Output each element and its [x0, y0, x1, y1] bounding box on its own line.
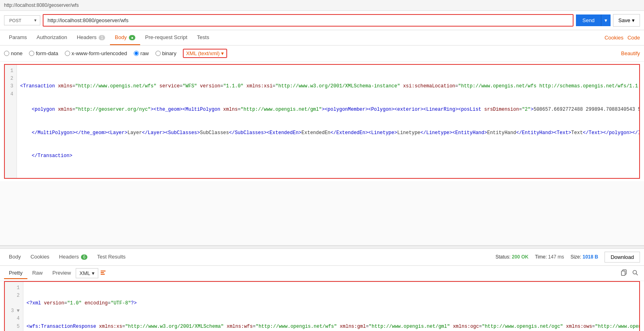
- line-num-1: 1: [8, 67, 13, 75]
- resp-format-pretty[interactable]: Pretty: [4, 267, 27, 279]
- headers-badge: 1: [99, 35, 105, 40]
- beautify-button[interactable]: Beautify: [621, 50, 640, 56]
- format-select-label: XML (text/xml): [186, 50, 219, 56]
- response-body-toolbar: Pretty Raw Preview XML ▾: [0, 266, 644, 281]
- response-body-editor[interactable]: 1 2 3 ▼ 4 5 6 7 8 9 ▼ 10 ▼ 11 12 13 14 <…: [4, 281, 640, 331]
- svg-rect-1: [101, 272, 104, 273]
- resp-tab-cookies[interactable]: Cookies: [26, 251, 54, 263]
- line-num-4: 4: [8, 91, 13, 98]
- resp-line-num-5: 5: [8, 323, 20, 331]
- svg-rect-2: [101, 274, 105, 275]
- resp-tab-body[interactable]: Body: [4, 251, 26, 263]
- status-time: 147 ms: [548, 254, 564, 260]
- resp-line-num-4: 4: [8, 315, 20, 323]
- resp-line-num-2: 2: [8, 292, 20, 300]
- tabs-right-links: Cookies Code: [605, 35, 640, 41]
- middle-spacer: [0, 181, 644, 246]
- line-numbers: 1 2 3 4: [5, 65, 17, 178]
- option-urlencoded[interactable]: x-www-form-urlencoded: [65, 50, 127, 56]
- body-options-row: none form-data x-www-form-urlencoded raw…: [0, 46, 644, 62]
- status-label: Status: 200 OK: [495, 254, 528, 260]
- resp-format-raw[interactable]: Raw: [27, 267, 48, 279]
- radio-urlencoded[interactable]: [65, 51, 70, 56]
- save-button-group: Save ▾: [613, 14, 640, 27]
- tab-params[interactable]: Params: [4, 30, 32, 45]
- save-button[interactable]: Save ▾: [613, 14, 640, 27]
- method-arrow: ▾: [34, 18, 37, 23]
- line-num-2: 2: [8, 75, 13, 83]
- svg-rect-4: [621, 271, 625, 275]
- response-tabs: Body Cookies Headers 6 Test Results: [4, 251, 130, 263]
- code-line-1: <Transaction xmlns="http://www.opengis.n…: [20, 83, 636, 90]
- format-select-wrapper[interactable]: XML (text/xml) ▾: [183, 49, 227, 58]
- resp-format-select[interactable]: XML ▾: [76, 268, 98, 278]
- time-label: Time: 147 ms: [535, 254, 564, 260]
- resp-align-icon[interactable]: [98, 268, 108, 279]
- resp-action-icons: [619, 269, 640, 278]
- svg-rect-0: [101, 271, 106, 271]
- code-link[interactable]: Code: [627, 35, 640, 41]
- url-input-wrapper: [43, 14, 574, 27]
- resp-line-numbers: 1 2 3 ▼ 4 5 6 7 8 9 ▼ 10 ▼ 11 12 13 14: [5, 282, 23, 331]
- method-label: POST: [9, 18, 21, 23]
- resp-format-label: XML: [79, 270, 90, 276]
- resp-tab-test-results[interactable]: Test Results: [92, 251, 130, 263]
- radio-form-data[interactable]: [29, 51, 34, 56]
- section-divider: [0, 246, 644, 249]
- download-button[interactable]: Download: [605, 252, 640, 263]
- cookies-link[interactable]: Cookies: [605, 35, 623, 41]
- send-dropdown-arrow[interactable]: ▾: [601, 14, 611, 26]
- option-raw[interactable]: raw: [134, 50, 149, 56]
- resp-code[interactable]: <?xml version="1.0" encoding="UTF-8"?> <…: [23, 282, 639, 331]
- resp-line-num-1: 1: [8, 284, 20, 292]
- resp-tab-headers[interactable]: Headers 6: [54, 251, 92, 263]
- tab-headers[interactable]: Headers 1: [72, 30, 110, 45]
- option-form-data[interactable]: form-data: [29, 50, 58, 56]
- resp-line-num-3c: 3 ▼: [8, 307, 20, 315]
- request-body-editor[interactable]: 1 2 3 4 <Transaction xmlns="http://www.o…: [4, 64, 640, 179]
- code-line-3: </MultiPolygon></the_geom><Layer>Layer</…: [20, 129, 636, 137]
- radio-raw[interactable]: [134, 51, 139, 56]
- resp-code-line-1: <?xml version="1.0" encoding="UTF-8"?>: [27, 300, 636, 307]
- option-binary[interactable]: binary: [155, 50, 176, 56]
- code-line-2: <polygon xmlns="http://geoserver.org/nyc…: [20, 106, 636, 114]
- format-select-arrow: ▾: [221, 50, 224, 56]
- save-arrow-icon: ▾: [632, 17, 635, 23]
- url-input[interactable]: [43, 15, 573, 26]
- status-info: Status: 200 OK Time: 147 ms Size: 1018 B…: [495, 252, 640, 263]
- size-label: Size: 1018 B: [570, 254, 598, 260]
- top-bar: http://localhost:8080/geoserver/wfs: [0, 0, 644, 11]
- resp-headers-badge: 6: [81, 254, 87, 260]
- radio-binary[interactable]: [155, 51, 161, 56]
- url-bar: POST ▾ Send ▾ Save ▾: [0, 11, 644, 30]
- resp-code-content: 1 2 3 ▼ 4 5 6 7 8 9 ▼ 10 ▼ 11 12 13 14 <…: [5, 282, 639, 331]
- editor-lines: 1 2 3 4 <Transaction xmlns="http://www.o…: [5, 65, 639, 178]
- resp-line-num-3: [8, 300, 20, 307]
- tab-pre-request[interactable]: Pre-request Script: [140, 30, 192, 45]
- tab-body[interactable]: Body ●: [110, 30, 140, 45]
- window-url: http://localhost:8080/geoserver/wfs: [4, 2, 79, 8]
- send-button[interactable]: Send: [576, 14, 601, 26]
- response-header-bar: Body Cookies Headers 6 Test Results Stat…: [0, 249, 644, 266]
- svg-line-6: [636, 273, 638, 275]
- resp-search-button[interactable]: [630, 269, 640, 278]
- method-select[interactable]: POST ▾: [4, 15, 40, 25]
- code-line-4: </Transaction>: [20, 152, 636, 160]
- resp-format-arrow: ▾: [92, 270, 95, 276]
- resp-format-tabs: Pretty Raw Preview: [4, 267, 76, 279]
- tab-tests[interactable]: Tests: [192, 30, 214, 45]
- radio-none[interactable]: [4, 51, 9, 56]
- status-code: 200 OK: [512, 254, 528, 260]
- option-none[interactable]: none: [4, 50, 23, 56]
- resp-format-preview[interactable]: Preview: [48, 267, 76, 279]
- status-size: 1018 B: [582, 254, 598, 260]
- resp-copy-button[interactable]: [619, 269, 629, 278]
- send-button-group: Send ▾: [576, 14, 611, 26]
- code-content[interactable]: <Transaction xmlns="http://www.opengis.n…: [17, 65, 639, 178]
- body-badge: ●: [129, 35, 135, 40]
- request-tabs: Params Authorization Headers 1 Body ● Pr…: [0, 30, 644, 46]
- tab-authorization[interactable]: Authorization: [32, 30, 72, 45]
- line-num-3: 3: [8, 83, 13, 90]
- send-arrow-icon: ▾: [605, 17, 607, 23]
- resp-code-line-2a: <wfs:TransactionResponse xmlns:xs="http:…: [27, 323, 636, 331]
